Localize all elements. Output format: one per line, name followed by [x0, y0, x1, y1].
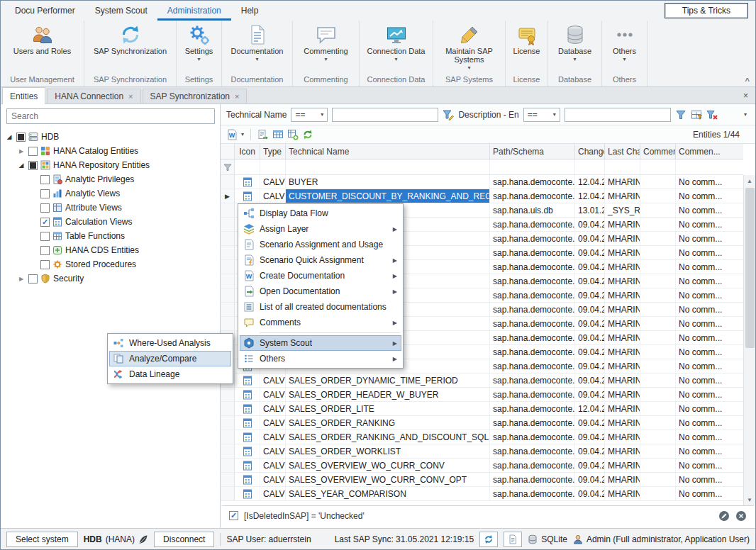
filter-grid-icon[interactable]	[691, 109, 702, 120]
auto-filter-cell[interactable]	[286, 159, 490, 174]
ribbon-button-connection-data[interactable]: Connection Data▾	[360, 21, 433, 74]
tree-item-hana-cds-entities[interactable]: HANA CDS Entities	[1, 243, 220, 257]
chevron-down-icon[interactable]: ▾	[744, 111, 750, 118]
edit-filter-icon[interactable]	[718, 510, 730, 522]
export-data-icon[interactable]	[287, 129, 299, 140]
tree-item-analytic-privileges[interactable]: Analytic Privileges	[1, 172, 220, 186]
quill-icon[interactable]	[138, 534, 148, 544]
column-header-last-cha-5[interactable]: Last Cha...	[605, 144, 640, 159]
column-header-path-schema-3[interactable]: Path/Schema	[490, 144, 575, 159]
sync-now-button[interactable]	[479, 532, 498, 547]
context-menu-item-system-scout[interactable]: System Scout▶	[240, 335, 401, 351]
context-menu-item-open-documentation[interactable]: Open Documentation▶	[240, 284, 401, 299]
column-header-type-1[interactable]: Type	[260, 144, 286, 159]
checkbox-unchecked[interactable]	[40, 203, 50, 213]
ribbon-button-users-and-roles[interactable]: Users and Roles	[1, 21, 84, 74]
cell-technical-name[interactable]: SALES_ORDER_HEADER_W_BUYER	[286, 388, 490, 401]
checkbox-unchecked[interactable]	[40, 232, 50, 241]
expander-icon[interactable]: ▶	[17, 148, 26, 155]
checkbox-indeterminate[interactable]	[16, 133, 26, 142]
table-row[interactable]: CALVBUYERsap.hana.democonte...12.04.2...…	[221, 175, 743, 189]
cell-technical-name[interactable]: CUSTOMER_DISCOUNT_BY_RANKING_AND_REGION	[286, 189, 490, 203]
menu-item-help[interactable]: Help	[231, 1, 269, 21]
tree-item-security[interactable]: ▶Security	[1, 271, 220, 286]
table-row[interactable]: CALVSALES_OVERVIEW_WO_CURR_CONV_OPTsap.h…	[221, 473, 743, 487]
description-filter-input[interactable]	[565, 108, 671, 122]
tree-item-attribute-views[interactable]: Attribute Views	[1, 201, 220, 215]
expander-icon[interactable]: ◢	[17, 162, 26, 169]
checkbox-unchecked[interactable]	[40, 260, 50, 269]
search-input[interactable]	[6, 108, 215, 124]
filter-clear-icon[interactable]	[706, 109, 718, 120]
column-header-icon-0[interactable]: Icon	[235, 144, 260, 159]
submenu-item-where-used-analysis[interactable]: Where-Used Analysis	[109, 335, 231, 351]
vertical-scrollbar[interactable]: ▲ ▼	[743, 175, 755, 505]
menu-item-administration[interactable]: Administration	[157, 1, 231, 21]
log-button[interactable]	[504, 532, 522, 547]
filter-enabled-checkbox[interactable]	[229, 511, 238, 520]
tree-item-hdb[interactable]: ◢HDB	[1, 130, 220, 144]
technical-name-filter-input[interactable]	[332, 108, 438, 122]
table-row[interactable]: CALVSALES_ORDER_HEADER_W_BUYERsap.hana.d…	[221, 388, 743, 402]
expander-icon[interactable]: ◢	[5, 133, 13, 140]
table-row[interactable]: CALVSALES_YEAR_COMPARISONsap.hana.democo…	[221, 487, 743, 501]
auto-filter-cell[interactable]	[490, 159, 575, 174]
tree-item-hana-repository-entities[interactable]: ◢HANA Repository Entities	[1, 158, 220, 172]
checkbox-unchecked[interactable]	[40, 246, 50, 255]
tree-item-stored-procedures[interactable]: Stored Procedures	[1, 257, 220, 271]
context-menu-item-scenario-quick-assignment[interactable]: Scenario Quick Assignment▶	[240, 252, 401, 268]
context-menu-item-others[interactable]: Others▶	[240, 351, 401, 366]
menu-item-system-scout[interactable]: System Scout	[85, 1, 157, 21]
context-menu-item-comments[interactable]: Comments▶	[240, 315, 401, 330]
grid-auto-filter-row[interactable]	[221, 159, 743, 175]
scroll-down-icon[interactable]: ▼	[744, 494, 755, 505]
ribbon-button-license[interactable]: License	[506, 21, 547, 74]
cell-technical-name[interactable]: SALES_OVERVIEW_WO_CURR_CONV_OPT	[286, 473, 490, 486]
ribbon-button-settings[interactable]: Settings▾	[177, 21, 221, 74]
tips-tricks-button[interactable]: Tips & Tricks	[665, 3, 748, 18]
close-tab-icon[interactable]: ×	[743, 91, 748, 101]
context-menu-item-assign-layer[interactable]: Assign Layer▶	[240, 221, 401, 237]
auto-filter-cell[interactable]	[575, 159, 605, 174]
checkbox-indeterminate[interactable]	[28, 161, 38, 170]
refresh-icon[interactable]	[302, 129, 313, 140]
cell-technical-name[interactable]: SALES_ORDER_LITE	[286, 402, 490, 415]
tab-hana-connection[interactable]: HANA Connection×	[47, 89, 140, 103]
column-header-commen-7[interactable]: Commen...	[676, 144, 743, 159]
column-header-technical-name-2[interactable]: Technical Name	[286, 144, 490, 159]
table-row[interactable]: CALVSALES_ORDER_DYNAMIC_TIME_PERIODsap.h…	[221, 374, 743, 388]
checkbox-unchecked[interactable]	[40, 189, 50, 198]
checkbox-unchecked[interactable]	[40, 175, 50, 184]
table-row[interactable]: CALVSALES_ORDER_RANKINGsap.hana.democont…	[221, 416, 743, 430]
filter-icon[interactable]	[675, 109, 686, 120]
context-menu-item-display-data-flow[interactable]: Display Data Flow	[240, 206, 401, 221]
close-icon[interactable]: ×	[128, 93, 133, 101]
table-row[interactable]: ▶CALVCUSTOMER_DISCOUNT_BY_RANKING_AND_RE…	[221, 189, 743, 203]
cell-technical-name[interactable]: SALES_ORDER_RANKING	[286, 416, 490, 430]
scrollbar-thumb[interactable]	[745, 188, 755, 348]
scroll-up-icon[interactable]: ▲	[744, 175, 755, 186]
checkbox-checked[interactable]	[40, 218, 50, 227]
tree-item-analytic-views[interactable]: Analytic Views	[1, 186, 220, 201]
ribbon-button-documentation[interactable]: Documentation▾	[222, 21, 292, 74]
tab-entities[interactable]: Entities	[2, 87, 45, 104]
ribbon-collapse-button[interactable]: ^	[745, 77, 750, 85]
column-header-change-4[interactable]: Change...	[575, 144, 605, 159]
cell-technical-name[interactable]: SALES_ORDER_WORKLIST	[286, 444, 490, 458]
filter-edit-icon[interactable]	[443, 109, 454, 120]
tree-item-hana-catalog-entities[interactable]: ▶HANA Catalog Entities	[1, 144, 220, 158]
close-filter-icon[interactable]	[735, 510, 747, 522]
submenu-item-analyze-compare[interactable]: Analyze/Compare	[109, 351, 231, 366]
checkbox-unchecked[interactable]	[28, 274, 38, 284]
context-menu-item-list-of-all-created-documentations[interactable]: List of all created documentations	[240, 299, 401, 315]
checkbox-unchecked[interactable]	[28, 147, 38, 156]
export-table-icon[interactable]	[272, 129, 284, 140]
auto-filter-cell[interactable]	[235, 159, 260, 174]
submenu-item-data-lineage[interactable]: Data Lineage	[109, 366, 231, 382]
tab-sap-synchronization[interactable]: SAP Synchronization×	[143, 89, 248, 103]
ribbon-button-database[interactable]: Database▾	[548, 21, 601, 74]
close-icon[interactable]: ×	[235, 93, 239, 101]
auto-filter-cell[interactable]	[640, 159, 676, 174]
filter-operator-select[interactable]: == ▾	[291, 108, 328, 122]
cell-technical-name[interactable]: SALES_YEAR_COMPARISON	[286, 487, 490, 500]
